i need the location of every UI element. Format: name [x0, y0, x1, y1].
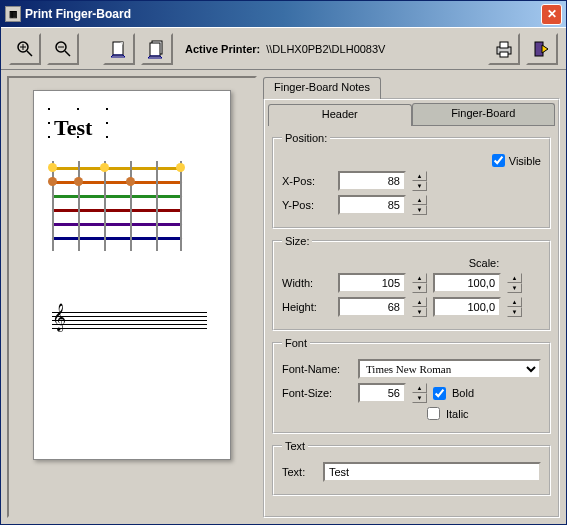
printer-setup-button[interactable] [488, 33, 520, 65]
bold-checkbox[interactable] [433, 387, 446, 400]
active-printer-label: Active Printer: [185, 43, 260, 55]
width-spinner[interactable]: ▲▼ [412, 273, 427, 293]
position-legend: Position: [282, 132, 330, 144]
visible-label: Visible [509, 155, 541, 167]
print-fingerboard-window: ▦ Print Finger-Board ✕ Active Printer: \… [0, 0, 567, 525]
font-legend: Font [282, 337, 310, 349]
font-size-input[interactable] [358, 383, 406, 403]
width-input[interactable] [338, 273, 406, 293]
preview-title: Test [54, 115, 92, 141]
position-group: Position: Visible X-Pos: ▲▼ [272, 132, 551, 229]
titlebar: ▦ Print Finger-Board ✕ [1, 1, 566, 27]
tab-fingerboard[interactable]: Finger-Board [412, 103, 556, 125]
svg-rect-12 [500, 52, 508, 57]
toolbar: Active Printer: \\DLHX0PB2\DLH0083V [1, 27, 566, 70]
font-size-spinner[interactable]: ▲▼ [412, 383, 427, 403]
zoom-in-button[interactable] [9, 33, 41, 65]
printer-icon [494, 39, 514, 59]
svg-line-5 [65, 51, 70, 56]
svg-rect-9 [150, 43, 160, 56]
width-label: Width: [282, 277, 332, 289]
font-name-label: Font-Name: [282, 363, 352, 375]
inner-tabs: Header Finger-Board [268, 103, 555, 125]
scale-label: Scale: [427, 257, 541, 269]
print-page-icon [109, 39, 129, 59]
italic-checkbox[interactable] [427, 407, 440, 420]
text-label: Text: [282, 466, 317, 478]
size-group: Size: Scale: Width: ▲▼ ▲▼ [272, 235, 551, 331]
exit-button[interactable] [526, 33, 558, 65]
properties-panel: Finger-Board Notes Header Finger-Board P… [263, 76, 560, 518]
zoom-in-icon [15, 39, 35, 59]
text-group: Text Text: [272, 440, 551, 496]
print-document-icon [147, 39, 167, 59]
ypos-spinner[interactable]: ▲▼ [412, 195, 427, 215]
treble-clef-icon: 𝄞 [52, 304, 66, 331]
svg-rect-11 [500, 42, 508, 48]
font-name-select[interactable]: Times New Roman [358, 359, 541, 379]
font-group: Font Font-Name: Times New Roman Font-Siz… [272, 337, 551, 434]
xpos-input[interactable] [338, 171, 406, 191]
content-area: Test [1, 70, 566, 524]
outer-tabs: Finger-Board Notes [263, 76, 560, 98]
header-tab-body: Position: Visible X-Pos: ▲▼ [268, 125, 555, 513]
preview-fingerboard [52, 161, 182, 251]
bold-label: Bold [452, 387, 474, 399]
zoom-out-icon [53, 39, 73, 59]
tab-fingerboard-notes[interactable]: Finger-Board Notes [263, 77, 381, 99]
preview-page: Test [33, 90, 231, 460]
height-scale-spinner[interactable]: ▲▼ [507, 297, 522, 317]
close-icon[interactable]: ✕ [541, 4, 562, 25]
zoom-out-button[interactable] [47, 33, 79, 65]
print-page-button[interactable] [103, 33, 135, 65]
font-size-label: Font-Size: [282, 387, 352, 399]
tab-header[interactable]: Header [268, 104, 412, 126]
height-scale-input[interactable] [433, 297, 501, 317]
active-printer-value: \\DLHX0PB2\DLH0083V [266, 43, 385, 55]
visible-checkbox[interactable] [492, 154, 505, 167]
xpos-spinner[interactable]: ▲▼ [412, 171, 427, 191]
size-legend: Size: [282, 235, 312, 247]
width-scale-spinner[interactable]: ▲▼ [507, 273, 522, 293]
height-label: Height: [282, 301, 332, 313]
text-legend: Text [282, 440, 308, 452]
outer-tab-body: Header Finger-Board Position: Visible [263, 98, 560, 518]
exit-icon [532, 39, 552, 59]
print-preview: Test [7, 76, 257, 518]
width-scale-input[interactable] [433, 273, 501, 293]
print-document-button[interactable] [141, 33, 173, 65]
italic-label: Italic [446, 408, 469, 420]
ypos-input[interactable] [338, 195, 406, 215]
app-icon: ▦ [5, 6, 21, 22]
text-input[interactable] [323, 462, 541, 482]
height-spinner[interactable]: ▲▼ [412, 297, 427, 317]
height-input[interactable] [338, 297, 406, 317]
svg-line-1 [27, 51, 32, 56]
ypos-label: Y-Pos: [282, 199, 332, 211]
window-title: Print Finger-Board [25, 7, 541, 21]
preview-staff: 𝄞 [52, 306, 207, 336]
xpos-label: X-Pos: [282, 175, 332, 187]
svg-rect-7 [113, 42, 123, 55]
